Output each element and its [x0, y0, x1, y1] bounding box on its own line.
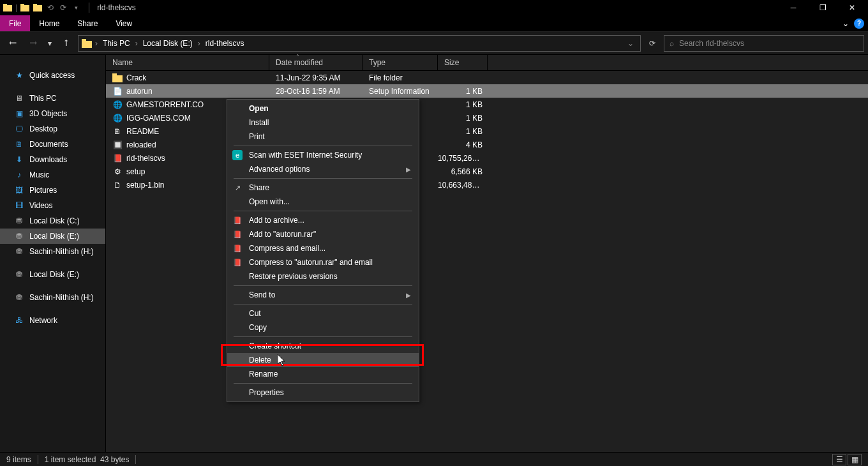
up-button[interactable]: 🠕: [57, 34, 75, 52]
sidebar-documents[interactable]: 🗎Documents: [0, 137, 105, 152]
title-bar: | ⟲ ⟳ ▾ rld-thelscvs ─ ❐ ✕: [0, 0, 868, 15]
app-icon: 🔲: [112, 140, 123, 150]
sidebar-local-disk-e[interactable]: ⛃Local Disk (E:): [0, 229, 105, 244]
drive-icon: ⛃: [14, 231, 24, 241]
chevron-right-icon: ▶: [406, 166, 411, 173]
recent-chevron-icon[interactable]: ▾: [45, 34, 55, 52]
sidebar-downloads[interactable]: ⬇Downloads: [0, 152, 105, 167]
back-button[interactable]: 🠔: [4, 34, 22, 52]
status-selected: 1 item selected: [45, 455, 96, 464]
sidebar-pictures[interactable]: 🖼Pictures: [0, 183, 105, 198]
table-row[interactable]: 📄autorun 28-Oct-16 1:59 AMSetup Informat…: [106, 84, 868, 98]
sidebar-music[interactable]: ♪Music: [0, 167, 105, 183]
pc-icon: 🖥: [14, 93, 24, 103]
column-headers: Name ˄ Date modified Type Size: [106, 55, 868, 71]
large-icons-view-button[interactable]: ▦: [848, 454, 862, 465]
ctx-add-autorun-rar[interactable]: 📕Add to "autorun.rar": [227, 227, 419, 241]
sidebar: ★Quick access 🖥This PC ▣3D Objects 🖵Desk…: [0, 55, 106, 452]
window-title: rld-thelscvs: [97, 3, 136, 12]
ctx-print[interactable]: Print: [227, 130, 419, 144]
ctx-add-archive[interactable]: 📕Add to archive...: [227, 213, 419, 227]
rar-icon: 📕: [232, 215, 243, 225]
breadcrumb-folder[interactable]: rld-thelscvs: [203, 39, 247, 48]
ctx-send-to[interactable]: Send to▶: [227, 288, 419, 302]
ctx-compress-autorun-email[interactable]: 📕Compress to "autorun.rar" and email: [227, 255, 419, 269]
tab-view[interactable]: View: [107, 15, 141, 31]
address-dropdown-icon[interactable]: ⌄: [624, 39, 638, 48]
refresh-button[interactable]: ⟳: [643, 34, 661, 52]
sort-indicator-icon: ˄: [296, 54, 299, 61]
sidebar-sachin-nithish-2[interactable]: ⛃Sachin-Nithish (H:): [0, 290, 105, 305]
breadcrumb-disk[interactable]: Local Disk (E:): [140, 39, 195, 48]
column-type[interactable]: Type: [363, 55, 438, 70]
svg-rect-3: [20, 4, 24, 6]
sidebar-local-disk-c[interactable]: ⛃Local Disk (C:): [0, 213, 105, 229]
sidebar-network[interactable]: 🖧Network: [0, 313, 105, 328]
star-icon: ★: [14, 70, 24, 80]
breadcrumb-thispc[interactable]: This PC: [100, 39, 133, 48]
tab-home[interactable]: Home: [30, 15, 68, 31]
svg-rect-9: [112, 73, 117, 76]
column-name[interactable]: Name: [106, 55, 269, 70]
text-file-icon: 🗎: [112, 126, 123, 137]
address-bar[interactable]: › This PC › Local Disk (E:) › rld-thelsc…: [78, 35, 641, 52]
maximize-button[interactable]: ❐: [808, 0, 837, 15]
svg-rect-6: [82, 41, 92, 48]
ctx-cut[interactable]: Cut: [227, 306, 419, 320]
tab-file[interactable]: File: [0, 15, 30, 31]
ctx-share[interactable]: ↗Share: [227, 181, 419, 195]
table-row[interactable]: 🗎README t1 KB: [106, 124, 868, 138]
videos-icon: 🎞: [14, 200, 24, 211]
sidebar-3d-objects[interactable]: ▣3D Objects: [0, 106, 105, 121]
ctx-open[interactable]: Open: [227, 101, 419, 116]
tab-share[interactable]: Share: [68, 15, 107, 31]
table-row[interactable]: 📕rld-thelscvs e10,755,264 ...: [106, 151, 868, 165]
ctx-create-shortcut[interactable]: Create shortcut: [227, 339, 419, 353]
search-box[interactable]: ⌕ Search rld-thelscvs: [664, 35, 864, 52]
ctx-delete[interactable]: Delete: [227, 353, 419, 367]
undo-icon[interactable]: ⟲: [45, 3, 56, 13]
table-row[interactable]: 🗋setup-1.bin 10,663,487 ...: [106, 178, 868, 192]
table-row[interactable]: 🔲reloaded atio...4 KB: [106, 138, 868, 151]
document-icon: 🗎: [14, 139, 24, 149]
sidebar-quick-access[interactable]: ★Quick access: [0, 68, 105, 83]
status-bar: 9 items 1 item selected 43 bytes ☰ ▦: [0, 452, 868, 466]
nav-bar: 🠔 🠖 ▾ 🠕 › This PC › Local Disk (E:) › rl…: [0, 32, 868, 55]
chevron-down-icon[interactable]: ▾: [71, 3, 81, 13]
ctx-properties[interactable]: Properties: [227, 386, 419, 400]
chevron-right-icon[interactable]: ›: [94, 39, 99, 48]
ctx-compress-email[interactable]: 📕Compress and email...: [227, 241, 419, 255]
sidebar-sachin-nithish[interactable]: ⛃Sachin-Nithish (H:): [0, 244, 105, 259]
column-date[interactable]: Date modified: [269, 55, 363, 70]
collapse-ribbon-icon[interactable]: ⌄: [842, 19, 849, 28]
sidebar-this-pc[interactable]: 🖥This PC: [0, 91, 105, 106]
column-size[interactable]: Size: [438, 55, 488, 70]
ctx-open-with[interactable]: Open with...: [227, 195, 419, 209]
rar-icon: 📕: [232, 257, 243, 267]
table-row[interactable]: Crack 11-Jun-22 9:35 AMFile folder: [106, 71, 868, 84]
ctx-restore-versions[interactable]: Restore previous versions: [227, 269, 419, 283]
sidebar-desktop[interactable]: 🖵Desktop: [0, 121, 105, 137]
sidebar-videos[interactable]: 🎞Videos: [0, 198, 105, 213]
sidebar-local-disk-e-2[interactable]: ⛃Local Disk (E:): [0, 267, 105, 282]
help-icon[interactable]: ?: [854, 19, 864, 29]
ctx-rename[interactable]: Rename: [227, 367, 419, 381]
url-file-icon: 🌐: [112, 113, 123, 123]
close-button[interactable]: ✕: [837, 0, 867, 15]
minimize-button[interactable]: ─: [779, 0, 808, 15]
chevron-right-icon: ▶: [406, 292, 411, 299]
redo-icon[interactable]: ⟳: [58, 3, 68, 13]
table-row[interactable]: 🌐GAMESTORRENT.CO ut1 KB: [106, 98, 868, 111]
forward-button[interactable]: 🠖: [24, 34, 42, 52]
table-row[interactable]: ⚙setup 6,566 KB: [106, 165, 868, 178]
details-view-button[interactable]: ☰: [832, 454, 846, 465]
folder-icon: [33, 3, 43, 13]
ctx-copy[interactable]: Copy: [227, 320, 419, 334]
ctx-install[interactable]: Install: [227, 116, 419, 130]
ctx-advanced-options[interactable]: Advanced options▶: [227, 162, 419, 176]
table-row[interactable]: 🌐IGG-GAMES.COM ut1 KB: [106, 111, 868, 124]
drive-icon: ⛃: [14, 269, 24, 280]
chevron-right-icon[interactable]: ›: [134, 39, 139, 48]
chevron-right-icon[interactable]: ›: [197, 39, 202, 48]
ctx-eset-scan[interactable]: eScan with ESET Internet Security: [227, 148, 419, 162]
